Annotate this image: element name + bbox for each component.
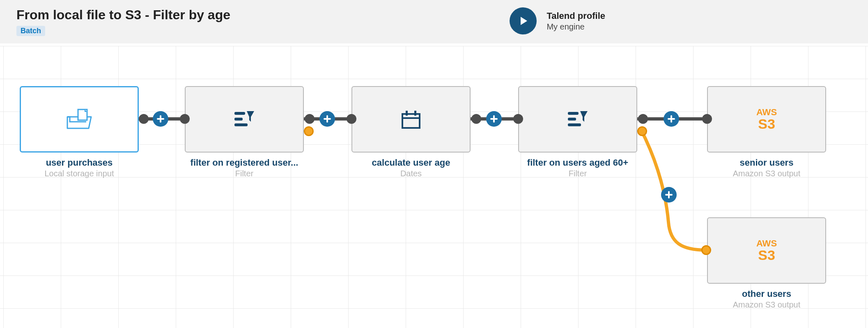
node-senior-users-labels: senior users Amazon S3 output (707, 157, 826, 178)
node-subtitle: Dates (351, 169, 471, 178)
reject-port[interactable] (304, 126, 314, 136)
svg-rect-13 (568, 118, 576, 121)
filter-icon (233, 109, 256, 129)
pipeline-title: From local file to S3 - Filter by age (16, 7, 230, 23)
play-icon (521, 17, 527, 25)
svg-rect-6 (234, 118, 243, 121)
node-subtitle: Filter (518, 169, 637, 178)
profile-label: Talend profile (547, 11, 605, 21)
node-other-users-labels: other users Amazon S3 output (707, 289, 826, 310)
svg-rect-7 (234, 123, 248, 126)
output-port[interactable] (139, 114, 149, 124)
s3-text: S3 (756, 248, 777, 263)
header-right: Talend profile My engine (510, 7, 852, 34)
mode-badge: Batch (16, 26, 45, 36)
profile-value: My engine (547, 22, 605, 32)
input-port[interactable] (180, 114, 190, 124)
aws-text: AWS (756, 107, 777, 117)
output-port[interactable] (471, 114, 481, 124)
node-filter-registered[interactable] (185, 86, 304, 153)
calendar-icon (400, 109, 422, 130)
node-subtitle: Local storage input (20, 169, 139, 178)
node-title: filter on users aged 60+ (518, 157, 637, 168)
aws-s3-icon: AWS S3 (756, 107, 777, 132)
add-step-button[interactable] (486, 111, 502, 127)
pipeline-canvas[interactable]: user purchases Local storage input filte… (0, 46, 868, 328)
aws-text: AWS (756, 239, 777, 248)
svg-rect-8 (402, 114, 420, 128)
output-port[interactable] (305, 114, 315, 124)
node-title: filter on registered user... (185, 157, 304, 168)
node-calculate-age-labels: calculate user age Dates (351, 157, 471, 178)
node-user-purchases-labels: user purchases Local storage input (20, 157, 139, 178)
add-step-button[interactable] (319, 111, 335, 127)
s3-text: S3 (756, 117, 777, 132)
node-filter-aged-60[interactable] (518, 86, 637, 153)
run-button[interactable] (510, 7, 537, 34)
node-title: calculate user age (351, 157, 471, 168)
header-left: From local file to S3 - Filter by age Ba… (16, 7, 230, 36)
input-port[interactable] (347, 114, 356, 124)
output-port[interactable] (638, 114, 648, 124)
header-bar: From local file to S3 - Filter by age Ba… (0, 0, 868, 43)
add-step-button[interactable] (661, 187, 677, 203)
aws-s3-icon: AWS S3 (756, 239, 777, 263)
svg-rect-11 (414, 111, 416, 116)
svg-rect-5 (234, 112, 245, 115)
profile-block[interactable]: Talend profile My engine (547, 11, 605, 32)
node-subtitle: Filter (185, 169, 304, 178)
node-calculate-age[interactable] (351, 86, 471, 153)
input-port-reject[interactable] (701, 245, 711, 255)
add-step-button[interactable] (664, 111, 679, 127)
node-filter-aged-60-labels: filter on users aged 60+ Filter (518, 157, 637, 178)
node-user-purchases[interactable] (20, 86, 139, 153)
reject-port[interactable] (637, 126, 647, 136)
node-subtitle: Amazon S3 output (707, 300, 826, 310)
folder-file-icon (65, 108, 94, 131)
node-title: user purchases (20, 157, 139, 168)
input-port[interactable] (513, 114, 523, 124)
node-senior-users[interactable]: AWS S3 (707, 86, 826, 153)
add-step-button[interactable] (153, 111, 168, 127)
svg-rect-10 (406, 111, 408, 116)
node-subtitle: Amazon S3 output (707, 169, 826, 178)
svg-rect-14 (568, 123, 581, 126)
filter-icon (566, 109, 589, 129)
svg-rect-12 (568, 112, 579, 115)
node-title: senior users (707, 157, 826, 168)
node-filter-registered-labels: filter on registered user... Filter (185, 157, 304, 178)
node-title: other users (707, 289, 826, 299)
input-port[interactable] (702, 114, 712, 124)
node-other-users[interactable]: AWS S3 (707, 217, 826, 284)
